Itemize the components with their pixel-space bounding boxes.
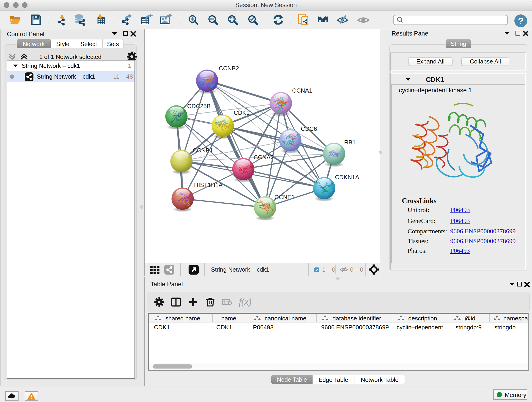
svg-text:CCNA1: CCNA1 <box>292 87 312 94</box>
svg-text:CCNE1: CCNE1 <box>274 194 295 201</box>
svg-text:CDKN1A: CDKN1A <box>335 174 359 181</box>
svg-text:CCNB2: CCNB2 <box>219 65 239 72</box>
svg-text:CDC6: CDC6 <box>301 125 317 132</box>
svg-text:CDK1: CDK1 <box>234 109 249 116</box>
svg-text:CCNA2: CCNA2 <box>254 154 274 161</box>
svg-text:RB1: RB1 <box>344 139 356 146</box>
svg-text:?: ? <box>518 16 524 26</box>
svg-text:CDC25B: CDC25B <box>187 103 211 109</box>
svg-text:HIST1H1A: HIST1H1A <box>194 182 223 188</box>
svg-text:CCNB1: CCNB1 <box>193 147 213 154</box>
svg-text:f(x): f(x) <box>239 297 252 307</box>
